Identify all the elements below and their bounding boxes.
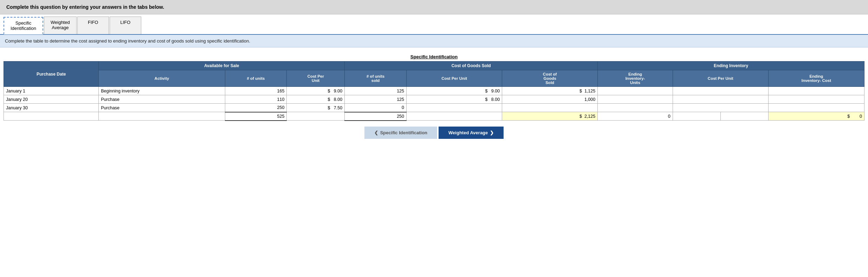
prev-arrow: ❮ xyxy=(374,130,378,135)
total-ending-inv-cost: $ 0 xyxy=(768,112,864,121)
cost-per-unit-3: $ 7.50 xyxy=(287,104,345,112)
cost-goods-sold-1: $ 1,125 xyxy=(502,87,598,95)
top-banner: Complete this question by entering your … xyxy=(0,0,868,14)
ending-inv-units-1[interactable] xyxy=(598,87,673,95)
num-units-3: 250 xyxy=(225,104,287,112)
prev-label: Specific Identification xyxy=(380,130,427,135)
instruction-text: Complete the table to determine the cost… xyxy=(5,38,250,44)
units-sold-2: 125 xyxy=(345,95,407,104)
units-sold-1: 125 xyxy=(345,87,407,95)
ending-inv-cost-input-2[interactable] xyxy=(771,97,799,102)
ending-cost-per-unit-1[interactable] xyxy=(673,87,768,95)
purchase-date-2: January 20 xyxy=(4,95,99,104)
ending-inv-cost-input-1[interactable] xyxy=(771,88,799,94)
table-wrapper: Specific Identification Purchase Date Av… xyxy=(0,47,868,146)
num-units-1: 165 xyxy=(225,87,287,95)
activity-1: Beginning inventory xyxy=(99,87,225,95)
tabs-bar: SpecificIdentification WeightedAverage F… xyxy=(0,14,868,35)
cost-per-unit-1: $ 9.00 xyxy=(287,87,345,95)
total-ending-cpu xyxy=(673,112,720,121)
ending-cost-per-unit-2[interactable] xyxy=(673,95,768,104)
instruction-bar: Complete the table to determine the cost… xyxy=(0,35,868,47)
table-row: January 1 Beginning inventory 165 $ 9.00… xyxy=(4,87,864,95)
cogs-cost-per-unit-col-header: Cost Per Unit xyxy=(407,70,502,87)
purchase-date-header: Purchase Date xyxy=(4,62,99,87)
ending-cost-per-unit-3[interactable] xyxy=(673,104,768,112)
cogs-header: Cost of Goods Sold xyxy=(345,62,598,70)
units-sold-3: 0 xyxy=(345,104,407,112)
table-row: January 30 Purchase 250 $ 7.50 0 xyxy=(4,104,864,112)
nav-buttons: ❮ Specific Identification Weighted Avera… xyxy=(4,127,864,139)
available-for-sale-header: Available for Sale xyxy=(99,62,345,70)
banner-text: Complete this question by entering your … xyxy=(6,4,164,10)
ending-inv-units-input-2[interactable] xyxy=(600,97,621,102)
cost-goods-sold-input-3[interactable] xyxy=(504,105,532,110)
tab-fifo-label: FIFO xyxy=(88,20,98,25)
ending-inv-cost-1[interactable] xyxy=(768,87,864,95)
num-units-2: 110 xyxy=(225,95,287,104)
cogs-cost-per-unit-input-3[interactable] xyxy=(409,105,437,110)
activity-2: Purchase xyxy=(99,95,225,104)
total-cost-per-unit xyxy=(287,112,345,121)
total-cogs-cpu xyxy=(407,112,502,121)
ending-inv-units-input-3[interactable] xyxy=(600,105,621,110)
total-num-units: 525 xyxy=(225,112,287,121)
table-title: Specific Identification xyxy=(4,52,864,62)
tab-fifo[interactable]: FIFO xyxy=(77,17,109,34)
prev-button[interactable]: ❮ Specific Identification xyxy=(364,127,437,139)
purchase-date-3: January 30 xyxy=(4,104,99,112)
cost-per-unit-2: $ 8.00 xyxy=(287,95,345,104)
total-cost-goods-sold: $ 2,125 xyxy=(502,112,598,121)
units-sold-col-header: # of units sold xyxy=(345,70,407,87)
cost-goods-sold-2: 1,000 xyxy=(502,95,598,104)
main-table: Specific Identification Purchase Date Av… xyxy=(4,52,864,121)
ending-inv-cost-2[interactable] xyxy=(768,95,864,104)
ending-inv-units-input-1[interactable] xyxy=(600,88,621,94)
cost-per-unit-col-header: Cost Per Unit xyxy=(287,70,345,87)
tab-lifo-label: LIFO xyxy=(120,20,130,25)
section-header-row: Purchase Date Available for Sale Cost of… xyxy=(4,62,864,70)
table-title-row: Specific Identification xyxy=(4,52,864,62)
total-ending-cpu2 xyxy=(720,112,768,121)
next-button[interactable]: Weighted Average ❯ xyxy=(439,127,504,139)
ending-cost-per-unit-col-header: Cost Per Unit xyxy=(673,70,768,87)
purchase-date-1: January 1 xyxy=(4,87,99,95)
next-arrow: ❯ xyxy=(490,130,494,135)
ending-inv-cost-3[interactable] xyxy=(768,104,864,112)
next-label: Weighted Average xyxy=(448,130,488,135)
ending-inventory-header: Ending Inventory xyxy=(598,62,864,70)
num-units-col-header: # of units xyxy=(225,70,287,87)
activity-3: Purchase xyxy=(99,104,225,112)
ending-cost-per-unit-input-2[interactable] xyxy=(675,97,703,102)
cogs-cost-per-unit-2: $ 8.00 xyxy=(407,95,502,104)
total-activity xyxy=(99,112,225,121)
total-label xyxy=(4,112,99,121)
tab-lifo[interactable]: LIFO xyxy=(110,17,141,34)
cogs-cost-per-unit-3[interactable] xyxy=(407,104,502,112)
activity-col-header: Activity xyxy=(99,70,225,87)
ending-cost-per-unit-input-3[interactable] xyxy=(675,105,703,110)
cogs-cost-per-unit-1: $ 9.00 xyxy=(407,87,502,95)
totals-row: 525 250 $ 2,125 0 $ 0 xyxy=(4,112,864,121)
cost-goods-sold-col-header: Cost of Goods Sold xyxy=(502,70,598,87)
ending-inv-units-2[interactable] xyxy=(598,95,673,104)
ending-cost-per-unit-input-1[interactable] xyxy=(675,88,703,94)
ending-inv-cost-input-3[interactable] xyxy=(771,105,799,110)
col-header-row: Activity # of units Cost Per Unit # of u… xyxy=(4,70,864,87)
cost-goods-sold-3[interactable] xyxy=(502,104,598,112)
ending-inv-units-3[interactable] xyxy=(598,104,673,112)
ending-inv-cost-col-header: Ending Inventory- Cost xyxy=(768,70,864,87)
total-ending-inv-units: 0 xyxy=(598,112,673,121)
table-row: January 20 Purchase 110 $ 8.00 125 $ 8.0… xyxy=(4,95,864,104)
tab-weighted-average[interactable]: WeightedAverage xyxy=(44,17,77,34)
ending-inv-units-col-header: Ending Inventory- Units xyxy=(598,70,673,87)
tab-specific-identification[interactable]: SpecificIdentification xyxy=(4,17,43,34)
total-units-sold: 250 xyxy=(345,112,407,121)
